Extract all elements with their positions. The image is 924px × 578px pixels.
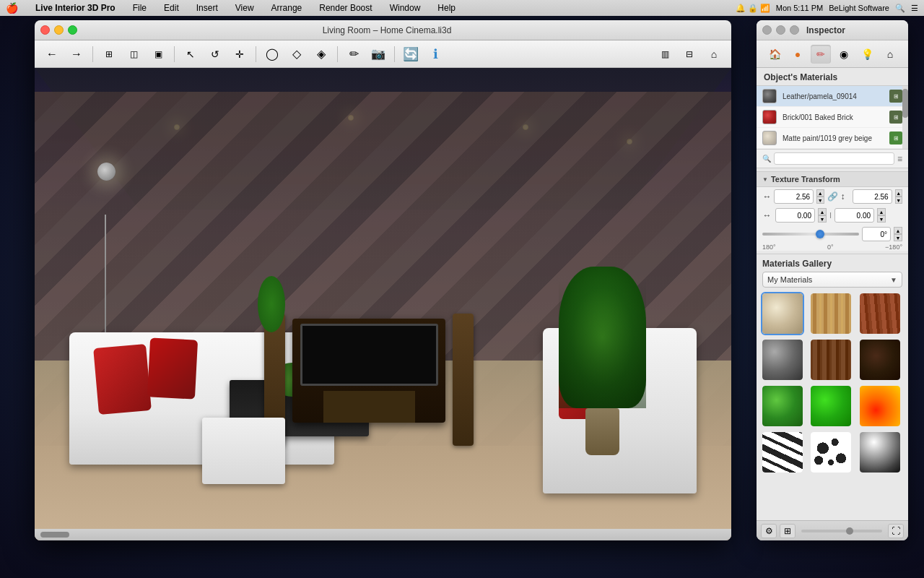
viewport-canvas[interactable] bbox=[35, 68, 731, 540]
gallery-item-green-sphere[interactable] bbox=[761, 384, 804, 428]
tab-building[interactable]: ⌂ bbox=[880, 45, 900, 64]
rotate-view-button[interactable]: 🔄 bbox=[399, 44, 422, 64]
texture-transform-header[interactable]: ▼ Texture Transform bbox=[757, 171, 908, 187]
material-item-paint[interactable]: Matte paint/1019 grey beige ⊞ bbox=[757, 128, 908, 149]
gallery-item-chrome[interactable] bbox=[858, 431, 902, 474]
menubar-insert[interactable]: Insert bbox=[193, 3, 221, 13]
orbit-tool[interactable]: ↺ bbox=[204, 44, 227, 64]
width-up[interactable]: ▲ bbox=[816, 189, 824, 197]
x-down[interactable]: ▼ bbox=[818, 215, 827, 223]
rotation-input[interactable] bbox=[862, 227, 891, 241]
bottom-settings-button[interactable]: ⚙ bbox=[761, 524, 777, 538]
menubar-view[interactable]: View bbox=[232, 3, 257, 13]
menubar-render[interactable]: Render Boost bbox=[316, 3, 375, 13]
sphere-button[interactable]: ◯ bbox=[261, 44, 284, 64]
x-stepper[interactable]: ▲ ▼ bbox=[818, 208, 827, 223]
select-tool[interactable]: ↖ bbox=[179, 44, 202, 64]
rotation-slider-container[interactable] bbox=[762, 228, 859, 240]
rotation-slider-thumb[interactable] bbox=[816, 230, 824, 238]
search-input[interactable] bbox=[774, 152, 894, 165]
menubar-help[interactable]: Help bbox=[435, 3, 458, 13]
tab-sphere[interactable]: ● bbox=[788, 45, 808, 64]
width-input[interactable] bbox=[774, 189, 814, 204]
camera-button[interactable]: 📷 bbox=[367, 44, 390, 64]
menubar-appname[interactable]: Live Interior 3D Pro bbox=[32, 3, 118, 13]
back-button[interactable]: ← bbox=[40, 44, 64, 64]
gallery-item-wood-light[interactable] bbox=[809, 292, 853, 335]
x-input[interactable] bbox=[775, 208, 815, 223]
forward-button[interactable]: → bbox=[65, 44, 88, 64]
tv-unit[interactable] bbox=[292, 319, 445, 423]
gallery-item-zebra[interactable] bbox=[761, 431, 804, 474]
menubar-right: 🔔 🔒 📶 Mon 5:11 PM BeLight Software 🔍 ☰ bbox=[736, 4, 918, 13]
gallery-item-dalmatian[interactable] bbox=[809, 431, 853, 474]
bottom-grid-button[interactable]: ⊞ bbox=[780, 524, 796, 538]
materials-scrollbar[interactable] bbox=[902, 86, 908, 149]
tab-texture[interactable]: ◉ bbox=[834, 45, 854, 64]
ottoman[interactable] bbox=[202, 418, 286, 484]
apple-menu[interactable]: 🍎 bbox=[6, 2, 18, 14]
box-button[interactable]: ◇ bbox=[285, 44, 308, 64]
gallery-item-metal-sphere[interactable] bbox=[761, 338, 804, 381]
gallery-dropdown[interactable]: My Materials ▼ bbox=[762, 272, 902, 288]
menubar-edit[interactable]: Edit bbox=[161, 3, 182, 13]
expand-icon: ▼ bbox=[762, 176, 768, 183]
elevation-button[interactable]: ◫ bbox=[122, 44, 145, 64]
menubar-arrange[interactable]: Arrange bbox=[269, 3, 305, 13]
tab-light[interactable]: 💡 bbox=[857, 45, 877, 64]
filter-menu-button[interactable]: ≡ bbox=[897, 154, 902, 164]
scrollbar-thumb[interactable] bbox=[902, 89, 908, 118]
gallery-item-fire[interactable] bbox=[858, 384, 902, 428]
width-stepper[interactable]: ▲ ▼ bbox=[816, 189, 824, 204]
y-input[interactable] bbox=[834, 208, 874, 223]
x-up[interactable]: ▲ bbox=[818, 208, 827, 215]
gallery-item-dark-brown[interactable] bbox=[858, 338, 902, 381]
home-view-button[interactable]: ⌂ bbox=[702, 44, 725, 64]
2d-view-button[interactable]: ▥ bbox=[653, 44, 676, 64]
viewport[interactable] bbox=[35, 68, 731, 540]
width-down[interactable]: ▼ bbox=[816, 197, 824, 204]
y-stepper[interactable]: ▲ ▼ bbox=[877, 208, 886, 223]
height-up[interactable]: ▲ bbox=[895, 189, 902, 197]
menubar-search-icon[interactable]: 🔍 bbox=[895, 4, 905, 13]
menubar-window[interactable]: Window bbox=[387, 3, 424, 13]
minimize-button[interactable] bbox=[54, 25, 64, 35]
draw-button[interactable]: ✏ bbox=[342, 44, 365, 64]
y-up[interactable]: ▲ bbox=[877, 208, 886, 215]
rooms-view-button[interactable]: ⊟ bbox=[678, 44, 701, 64]
height-input[interactable] bbox=[853, 189, 892, 204]
inspector-min[interactable] bbox=[776, 25, 785, 35]
gallery-header: Materials Gallery bbox=[757, 254, 908, 272]
pan-tool[interactable]: ✛ bbox=[228, 44, 251, 64]
menubar-file[interactable]: File bbox=[130, 3, 149, 13]
scroll-indicator[interactable] bbox=[40, 532, 69, 538]
material-item-brick[interactable]: Brick/001 Baked Brick ⊞ bbox=[757, 107, 908, 128]
floorplan-button[interactable]: ⊞ bbox=[97, 44, 121, 64]
height-down[interactable]: ▼ bbox=[895, 197, 902, 204]
maximize-button[interactable] bbox=[68, 25, 77, 35]
tab-paint[interactable]: ✏ bbox=[811, 45, 831, 64]
close-button[interactable] bbox=[40, 25, 50, 35]
height-stepper[interactable]: ▲ ▼ bbox=[895, 189, 902, 204]
gallery-item-brown-wood[interactable] bbox=[809, 338, 853, 381]
info-button[interactable]: ℹ bbox=[424, 44, 447, 64]
rotation-stepper[interactable]: ▲ ▼ bbox=[894, 227, 902, 241]
search-bar: 🔍 ≡ bbox=[757, 150, 908, 168]
bottom-slider-thumb[interactable] bbox=[846, 527, 853, 535]
rotation-label-180: 180° bbox=[762, 243, 776, 251]
y-down[interactable]: ▼ bbox=[877, 215, 886, 223]
menubar-menu-icon[interactable]: ☰ bbox=[911, 4, 918, 13]
bottom-fullscreen-button[interactable]: ⛶ bbox=[888, 524, 904, 538]
bottom-slider[interactable] bbox=[801, 530, 882, 532]
tab-home[interactable]: 🏠 bbox=[764, 45, 785, 64]
material-item-leather[interactable]: Leather/pamela_09014 ⊞ bbox=[757, 86, 908, 107]
inspector-close[interactable] bbox=[762, 25, 772, 35]
rotation-up[interactable]: ▲ bbox=[894, 227, 902, 234]
gallery-item-wood-dark-red[interactable] bbox=[858, 292, 902, 335]
perspective-button[interactable]: ▣ bbox=[147, 44, 170, 64]
gallery-item-beige-sphere[interactable] bbox=[761, 292, 804, 335]
gallery-item-bright-green[interactable] bbox=[809, 384, 853, 428]
inspector-max[interactable] bbox=[790, 25, 799, 35]
rotation-down[interactable]: ▼ bbox=[894, 234, 902, 241]
bump-button[interactable]: ◈ bbox=[310, 44, 333, 64]
